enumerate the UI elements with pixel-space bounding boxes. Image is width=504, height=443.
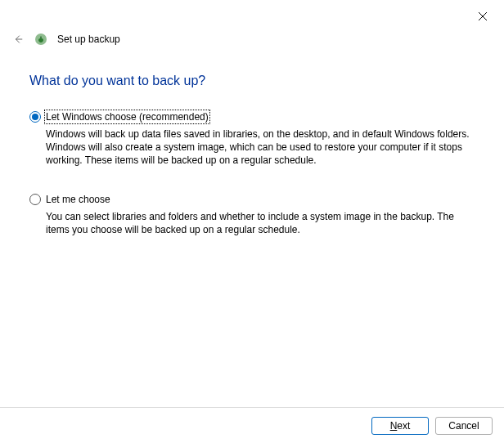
back-button[interactable]	[11, 33, 25, 46]
option-let-windows-choose[interactable]: Let Windows choose (recommended) Windows…	[29, 111, 475, 168]
back-arrow-icon	[12, 34, 24, 45]
option-let-me-choose[interactable]: Let me choose You can select libraries a…	[29, 194, 475, 236]
option-description: Windows will back up data files saved in…	[46, 128, 475, 168]
wizard-title: Set up backup	[57, 34, 120, 45]
option-label: Let me choose	[46, 194, 110, 205]
option-header: Let me choose	[29, 194, 475, 205]
option-label: Let Windows choose (recommended)	[46, 111, 209, 123]
radio-let-me-choose[interactable]	[29, 194, 41, 205]
backup-wizard-icon	[34, 33, 47, 46]
next-button[interactable]: Next	[371, 417, 429, 435]
wizard-header: Set up backup	[0, 29, 504, 46]
close-button[interactable]	[473, 7, 493, 26]
content-area: What do you want to back up? Let Windows…	[0, 46, 504, 236]
next-mnemonic: N	[390, 420, 398, 432]
option-header: Let Windows choose (recommended)	[29, 111, 475, 123]
option-description: You can select libraries and folders and…	[46, 210, 475, 236]
titlebar	[0, 0, 504, 29]
footer: Next Cancel	[0, 407, 504, 443]
cancel-button[interactable]: Cancel	[435, 417, 493, 435]
next-suffix: ext	[397, 420, 410, 432]
page-heading: What do you want to back up?	[29, 74, 475, 88]
radio-let-windows-choose[interactable]	[29, 111, 41, 123]
close-icon	[479, 12, 487, 20]
